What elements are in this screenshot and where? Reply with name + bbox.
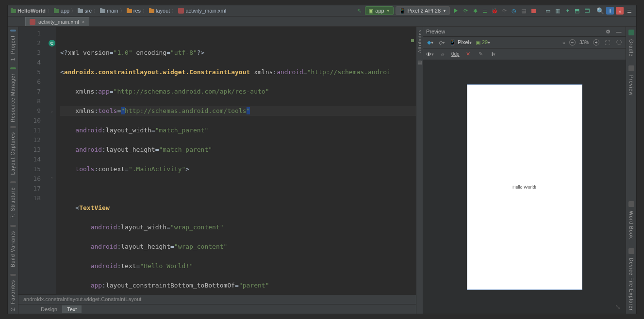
code-area[interactable]: <?xml version="1.0" encoding="utf-8"?> <…: [56, 27, 416, 294]
right-tool-bar: Gradle Preview Word Book Device File Exp…: [626, 27, 636, 314]
build-variants-tool-icon[interactable]: [10, 225, 16, 227]
preview-hello-text[interactable]: Hello World!: [512, 185, 536, 190]
minimize-icon[interactable]: —: [615, 28, 623, 35]
editor-column: 1 2 3 4 5 6 7 8 9 10 11 12 13 14 15 16 1: [18, 27, 416, 314]
orientation-selector[interactable]: ◇: [438, 39, 446, 47]
debug-button[interactable]: ✱: [471, 7, 479, 15]
tool-layout-captures[interactable]: Layout Captures: [10, 132, 16, 175]
warnings-icon[interactable]: ⓘ: [615, 39, 623, 47]
crumb-res[interactable]: res: [133, 8, 141, 14]
surface-selector[interactable]: ◆▾: [426, 39, 434, 47]
structure-tool-icon[interactable]: [10, 181, 16, 183]
line-number-gutter: 1 2 3 4 5 6 7 8 9 10 11 12 13 14 15 16 1: [18, 27, 48, 294]
tool-resource-manager[interactable]: Resource Manager: [10, 73, 16, 122]
zoom-in-button[interactable]: +: [593, 39, 599, 46]
editor-mode-tabs: Design Text: [18, 304, 416, 314]
api-level-selector[interactable]: ▣ 29▾: [476, 39, 490, 46]
default-margin[interactable]: 0dp: [451, 51, 460, 57]
guidelines-icon[interactable]: I: [490, 50, 497, 58]
attributes-label[interactable]: Attributes: [417, 30, 422, 53]
attach-debugger-icon[interactable]: 🐞: [491, 7, 498, 15]
tab-text[interactable]: Text: [62, 305, 82, 313]
inspection-indicator[interactable]: [411, 39, 414, 42]
translation-icon[interactable]: T: [606, 7, 614, 15]
tool-project[interactable]: 1: Project: [10, 35, 16, 61]
tool-build-variants[interactable]: Build Variants: [10, 231, 16, 267]
editor-breadcrumb[interactable]: androidx.constraintlayout.widget.Constra…: [18, 294, 416, 304]
left-tool-bar: 1: Project Resource Manager Layout Captu…: [8, 27, 18, 314]
device-frame[interactable]: Hello World!: [467, 84, 582, 290]
fold-handle-icon[interactable]: ⌃: [50, 176, 54, 181]
tool-gradle[interactable]: Gradle: [628, 39, 634, 57]
wordbook-tool-icon[interactable]: [628, 201, 634, 207]
gutter-marks: C ⌄ ⌃: [48, 27, 56, 294]
profiler-icon[interactable]: ◷: [510, 7, 518, 15]
device-explorer-tool-icon[interactable]: [628, 248, 634, 254]
sdk-manager-icon[interactable]: ▥: [554, 7, 561, 15]
stop-button[interactable]: [529, 7, 537, 15]
device-selector[interactable]: 📱 Pixel 2 API 28 ▼: [396, 6, 450, 15]
project-tool-icon[interactable]: [10, 30, 16, 32]
run-config-selector[interactable]: ▣ app ▼: [365, 6, 393, 15]
more-options-icon[interactable]: »: [562, 40, 565, 46]
file-tab-activity-main[interactable]: activity_main.xml ×: [25, 17, 89, 26]
breadcrumbs[interactable]: HelloWorld 〉 app 〉 src 〉 main 〉 res 〉 la…: [11, 7, 226, 15]
xml-file-icon: [30, 19, 35, 25]
avd-manager-icon[interactable]: ▭: [544, 7, 552, 15]
apply-changes-icon[interactable]: ⟳: [462, 7, 469, 15]
file-tab-label: activity_main.xml: [38, 19, 79, 25]
attributes-handle-bar[interactable]: Attributes ▤: [416, 27, 423, 314]
tool-preview[interactable]: Preview: [628, 75, 634, 96]
profile-button[interactable]: ☰: [481, 7, 489, 15]
view-options-icon[interactable]: 👁: [426, 50, 434, 58]
preview-toolbar: ◆▾ ◇ 📱 Pixel▾ ▣ 29▾ » − 33% + ⛶ ⓘ: [423, 37, 626, 48]
crumb-app[interactable]: app: [61, 8, 69, 14]
preview-canvas[interactable]: Hello World! ⤡: [423, 60, 626, 314]
tool-favorites[interactable]: 2: Favorites: [10, 280, 16, 311]
resource-manager-icon[interactable]: ✦: [563, 7, 571, 15]
tool-word-book[interactable]: Word Book: [628, 211, 634, 239]
layout-inspector-icon[interactable]: ▤: [520, 7, 528, 15]
crumb-main[interactable]: main: [107, 8, 118, 14]
zoom-fit-icon[interactable]: ⛶: [603, 39, 611, 47]
tab-design[interactable]: Design: [36, 305, 62, 313]
toolbar-right: ↖ ▣ app ▼ 📱 Pixel 2 API 28 ▼ ⟳ ✱ ☰ 🐞 ⟳ ◷…: [355, 6, 633, 15]
updates-icon[interactable]: ↧: [616, 7, 624, 15]
sync-gradle-icon[interactable]: ⬒: [573, 7, 581, 15]
tool-device-file-explorer[interactable]: Device File Explorer: [628, 258, 634, 311]
layout-palette-icon[interactable]: ▤: [417, 60, 422, 65]
device-manager-icon[interactable]: 🗔: [583, 7, 591, 15]
module-icon: [11, 9, 16, 13]
run-button[interactable]: [452, 7, 460, 15]
clear-constraints-icon[interactable]: ✕: [464, 50, 472, 58]
zoom-out-button[interactable]: −: [569, 39, 576, 46]
crumb-layout[interactable]: layout: [156, 8, 170, 14]
preview-panel: Preview ⚙ — ◆▾ ◇ 📱 Pixel▾ ▣ 29▾ » − 33% …: [423, 27, 626, 314]
related-class-icon[interactable]: C: [49, 40, 55, 47]
resize-handle-icon[interactable]: ⤡: [615, 303, 621, 311]
crumb-project[interactable]: HelloWorld: [17, 8, 46, 14]
folder-icon: [100, 9, 105, 13]
layout-captures-tool-icon[interactable]: [10, 126, 16, 128]
close-tab-icon[interactable]: ×: [82, 19, 85, 25]
settings-icon[interactable]: ☰: [626, 7, 633, 15]
device-type-selector[interactable]: 📱 Pixel▾: [449, 39, 472, 46]
fold-handle-icon[interactable]: ⌄: [50, 109, 54, 113]
tool-structure[interactable]: 7: Structure: [10, 187, 16, 218]
infer-constraints-icon[interactable]: ✎: [477, 50, 485, 58]
gradle-tool-icon[interactable]: [628, 30, 634, 35]
back-history-icon[interactable]: ↖: [355, 7, 363, 15]
favorites-tool-icon[interactable]: [10, 274, 16, 276]
code-editor[interactable]: 1 2 3 4 5 6 7 8 9 10 11 12 13 14 15 16 1: [18, 27, 416, 294]
coverage-icon[interactable]: ⟳: [500, 7, 508, 15]
resource-manager-tool-icon[interactable]: [10, 67, 16, 69]
crumb-file[interactable]: activity_main.xml: [185, 8, 226, 14]
folder-icon: [149, 9, 154, 13]
preview-tool-icon[interactable]: [628, 65, 634, 71]
xml-file-icon: [178, 8, 184, 14]
zoom-level: 33%: [579, 40, 589, 45]
gear-icon[interactable]: ⚙: [604, 28, 612, 35]
crumb-src[interactable]: src: [84, 8, 92, 14]
search-everywhere-icon[interactable]: 🔍: [596, 7, 604, 15]
magnet-icon[interactable]: ⌾: [439, 50, 446, 58]
